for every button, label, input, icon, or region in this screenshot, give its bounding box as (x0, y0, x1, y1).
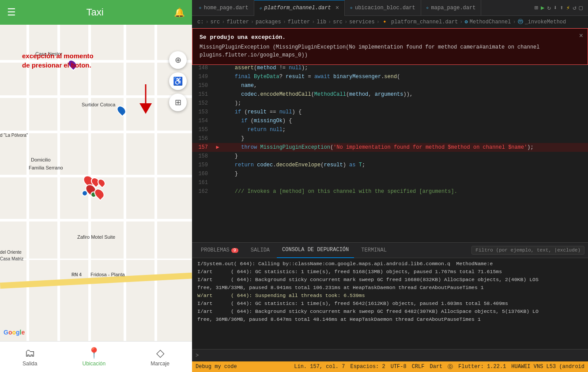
bc-services: services (349, 19, 375, 25)
code-line-162: 162 /// Invokes a [method] on this chann… (192, 187, 588, 196)
console-line-6: I/art ( 644): GC statistics: 1 time(s), … (192, 300, 588, 308)
step-into-icon[interactable]: ⬆ (560, 4, 563, 11)
line-number: 155 (192, 125, 213, 134)
pin-blue-dot (82, 190, 88, 196)
tab-platform-channel[interactable]: ◇ platform_channel.dart × (254, 0, 345, 16)
line-number: 162 (192, 187, 213, 196)
code-line-152: 152 ); (192, 99, 588, 108)
bc-method-icon: ⓜ (518, 18, 523, 26)
code-line-155: 155 return null; (192, 125, 588, 134)
split-editor-icon[interactable]: ⊞ (535, 4, 538, 11)
status-device: HUAWEI VNS L53 (android (511, 364, 584, 370)
map-area: excepción al momento de presionar el bot… (0, 25, 192, 341)
pin-casa-nestor (68, 59, 76, 70)
panel-tab-problemas[interactable]: PROBLEMAS 9 (196, 243, 244, 258)
bc-src2: src (333, 19, 343, 25)
tab-label-ubicacion: ubicacion_bloc.dart (355, 5, 415, 11)
tab-mapa-page[interactable]: ◇ mapa_page.dart (421, 0, 482, 16)
status-line-col: Lín. 157, col. 7 (294, 364, 345, 370)
line-number: 160 (192, 169, 213, 178)
accessibility-button[interactable]: ♿ (169, 72, 187, 90)
code-line-160: 160 } (192, 169, 588, 178)
exception-close-button[interactable]: × (579, 32, 583, 40)
exception-body: MissingPluginException (MissingPluginExc… (200, 43, 580, 59)
layers-button[interactable]: ⊞ (169, 94, 187, 111)
tab-close-button[interactable]: × (335, 4, 339, 11)
status-left: Debug my code (196, 364, 237, 370)
line-number: 161 (192, 178, 213, 187)
hamburger-menu-icon[interactable]: ☰ (7, 7, 16, 18)
exception-title: Se produjo una excepción. (200, 34, 580, 41)
panel-tab-terminal[interactable]: TERMINAL (356, 243, 392, 258)
line-number: 152 (192, 99, 213, 108)
run-icon[interactable]: ▶ (541, 4, 544, 11)
bc-class: MethodChannel (470, 19, 511, 25)
restart-icon[interactable]: ↻ (547, 4, 550, 11)
salida-icon: 🗂 (25, 347, 35, 359)
bc-flutter: flutter (226, 19, 249, 25)
place-label-polvora: d "La Pólvora" (0, 133, 28, 138)
line-number: 158 (192, 152, 213, 161)
tab-ubicacion-bloc[interactable]: ◇ ubicacion_bloc.dart (345, 0, 421, 16)
ide-tab-bar: ◇ home_page.dart ◇ platform_channel.dart… (192, 0, 588, 16)
code-content: } (222, 134, 588, 143)
console-line-3: I/art ( 644): Background sticky concurre… (192, 276, 588, 284)
ide-toolbar-icons: ⊞ ▶ ↻ ⬇ ⬆ ⚡ ↺ ▢ (535, 4, 587, 11)
place-label-domicilio: Domicilio (31, 157, 51, 162)
place-label-surtidor: Surtidor Cotoca (82, 102, 115, 107)
map-controls: ⊕ ♿ ⊞ (169, 51, 187, 111)
code-content: } (222, 169, 588, 178)
notification-bell-icon[interactable]: 🔔 (174, 7, 185, 18)
step-over-icon[interactable]: ⬇ (554, 4, 557, 11)
status-icon: ⓪ (448, 363, 453, 371)
place-label-del-oriente: del Oriente (0, 250, 22, 255)
place-label-fridosa: Fridosa - Planta (90, 272, 125, 277)
breadcrumb: c: › src › flutter › packages › flutter … (192, 16, 588, 28)
filter-box: Filtro (por ejemplo, text, |exclude) (471, 246, 584, 255)
code-line-158: 158 } (192, 152, 588, 161)
code-content: return codec.decodeEnvelope(result) as T… (222, 161, 588, 169)
marcaje-icon: ◇ (156, 347, 164, 359)
nav-label-ubicacion: Ubicación (82, 361, 106, 367)
reload-icon[interactable]: ↺ (573, 4, 576, 11)
tab-icon-home: ◇ (199, 6, 201, 10)
app-header: ☰ Taxi 🔔 (0, 0, 192, 25)
tab-home-page[interactable]: ◇ home_page.dart (194, 0, 254, 16)
code-line-153: 153 if (result == null) { (192, 108, 588, 116)
consola-label: CONSOLA DE DEPURACIÓN (282, 247, 349, 253)
code-content: /// Invokes a [method] on this channel w… (222, 187, 588, 196)
problemas-badge: 9 (231, 248, 238, 253)
place-label-zafiro: Zafiro Motel Suite (77, 234, 115, 240)
tab-icon-mapa: ◇ (426, 6, 429, 10)
code-line-154: 154 if (missingOk) { (192, 116, 588, 125)
bc-flutter2: flutter (288, 19, 310, 25)
panel-tab-salida[interactable]: SALIDA (245, 243, 275, 258)
code-line-148: 148 assert(method != null); (192, 64, 588, 72)
line-number: 148 (192, 64, 213, 72)
status-right: Lín. 157, col. 7 Espacios: 2 UTF-8 CRLF … (294, 363, 584, 371)
bc-method: _invokeMethod (525, 19, 566, 25)
nav-item-ubicacion[interactable]: 📍 Ubicación (73, 345, 114, 368)
console-line-5: W/art ( 644): Suspending all threads too… (192, 292, 588, 300)
code-content: name, (222, 81, 588, 90)
nav-label-marcaje: Marcaje (151, 361, 170, 367)
tab-label-platform: platform_channel.dart (264, 5, 331, 11)
code-content: ); (222, 99, 588, 108)
line-number: 151 (192, 90, 213, 99)
code-content: if (result == null) { (222, 108, 588, 116)
status-language: Dart (430, 364, 443, 370)
mobile-app-panel: ☰ Taxi 🔔 excepción al momento de presion… (0, 0, 192, 372)
line-number: 159 (192, 161, 213, 169)
locate-me-button[interactable]: ⊕ (169, 51, 187, 69)
code-editor: Se produjo una excepción. MissingPluginE… (192, 28, 588, 242)
nav-item-salida[interactable]: 🗂 Salida (14, 345, 46, 368)
lightning-icon[interactable]: ⚡ (566, 4, 570, 11)
stop-icon[interactable]: ▢ (579, 4, 583, 11)
panel-tab-consola[interactable]: CONSOLA DE DEPURACIÓN (277, 243, 354, 258)
bc-lib: lib (317, 19, 326, 25)
bc-drive: c: (197, 19, 204, 25)
code-content: final ByteData? result = await binaryMes… (222, 72, 588, 81)
nav-item-marcaje[interactable]: ◇ Marcaje (142, 345, 178, 368)
code-line-157: 157 ▶ throw MissingPluginException('No i… (192, 143, 588, 152)
tab-label-home: home_page.dart (204, 5, 249, 11)
